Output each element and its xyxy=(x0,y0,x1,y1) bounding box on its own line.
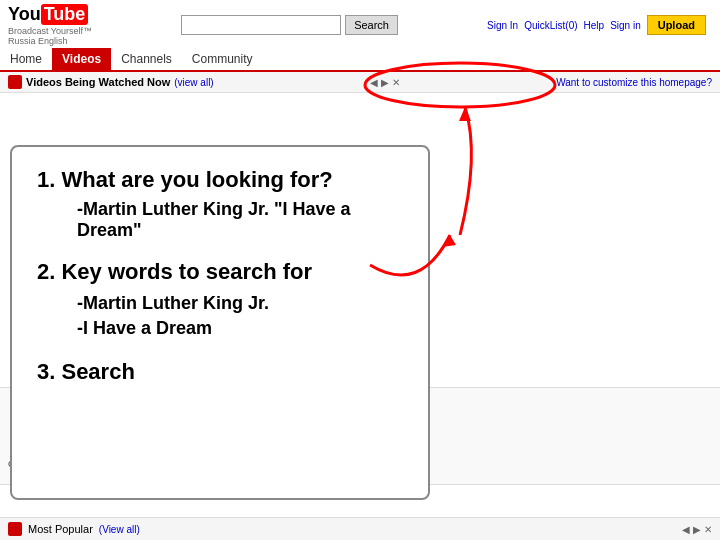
red-icon xyxy=(8,75,22,89)
logo-tube: Tube xyxy=(41,4,89,25)
step1-sub: -Martin Luther King Jr. "I Have a Dream" xyxy=(77,199,403,241)
nav-home[interactable]: Home xyxy=(0,48,52,70)
header-links: Sign In QuickList(0) Help Sign in Upload xyxy=(487,15,712,35)
step2-item: 2. Key words to search for -Martin Luthe… xyxy=(37,259,403,341)
most-popular-icon xyxy=(8,522,22,536)
search-input[interactable] xyxy=(181,15,341,35)
most-popular-arrows: ◀ ▶ ✕ xyxy=(682,524,712,535)
step3-heading: 3. Search xyxy=(37,359,403,385)
being-watched-view-all[interactable]: (view all) xyxy=(174,77,213,88)
arrow-right[interactable]: ▶ xyxy=(381,77,389,88)
yt-logo: You Tube xyxy=(8,4,92,25)
most-popular-view-all[interactable]: (View all) xyxy=(99,524,140,535)
lang: Russia English xyxy=(8,36,92,46)
quicklist-link[interactable]: QuickList(0) xyxy=(524,20,577,31)
close-icon[interactable]: ✕ xyxy=(392,77,400,88)
step1-heading: 1. What are you looking for? xyxy=(37,167,403,193)
customize-link[interactable]: Want to customize this homepage? xyxy=(556,77,712,88)
being-watched-title: Videos Being Watched Now xyxy=(26,76,170,88)
logo-area: You Tube Broadcast Yourself™ Russia Engl… xyxy=(8,4,92,46)
step3-item: 3. Search xyxy=(37,359,403,385)
nav-bar: Home Videos Channels Community xyxy=(0,48,720,72)
most-popular-title: Most Popular xyxy=(28,523,93,535)
overlay-box: 1. What are you looking for? -Martin Lut… xyxy=(10,145,430,500)
upload-button[interactable]: Upload xyxy=(647,15,706,35)
step2-sub: -Martin Luther King Jr. -I Have a Dream xyxy=(77,291,403,341)
most-popular-row: Most Popular (View all) ◀ ▶ ✕ xyxy=(0,517,720,540)
step2-sub1: -Martin Luther King Jr. xyxy=(77,293,269,313)
tagline: Broadcast Yourself™ xyxy=(8,26,92,36)
signin-link[interactable]: Sign In xyxy=(487,20,518,31)
svg-marker-2 xyxy=(442,235,456,247)
help-link[interactable]: Help xyxy=(584,20,605,31)
nav-channels[interactable]: Channels xyxy=(111,48,182,70)
nav-community[interactable]: Community xyxy=(182,48,263,70)
being-watched-row: Videos Being Watched Now (view all) ◀ ▶ … xyxy=(0,72,720,93)
nav-videos[interactable]: Videos xyxy=(52,48,111,70)
signin2-link[interactable]: Sign in xyxy=(610,20,641,31)
step1-item: 1. What are you looking for? -Martin Lut… xyxy=(37,167,403,241)
logo-you: You xyxy=(8,4,41,25)
arrow-left[interactable]: ◀ xyxy=(370,77,378,88)
being-watched-left: Videos Being Watched Now (view all) xyxy=(8,75,214,89)
search-button[interactable]: Search xyxy=(345,15,398,35)
nav-arrows: ◀ ▶ ✕ xyxy=(370,77,400,88)
svg-marker-1 xyxy=(459,107,471,121)
header-top-row: You Tube Broadcast Yourself™ Russia Engl… xyxy=(0,0,720,48)
step2-heading: 2. Key words to search for xyxy=(37,259,403,285)
step2-sub2: -I Have a Dream xyxy=(77,318,212,338)
search-area: Search xyxy=(181,15,398,35)
